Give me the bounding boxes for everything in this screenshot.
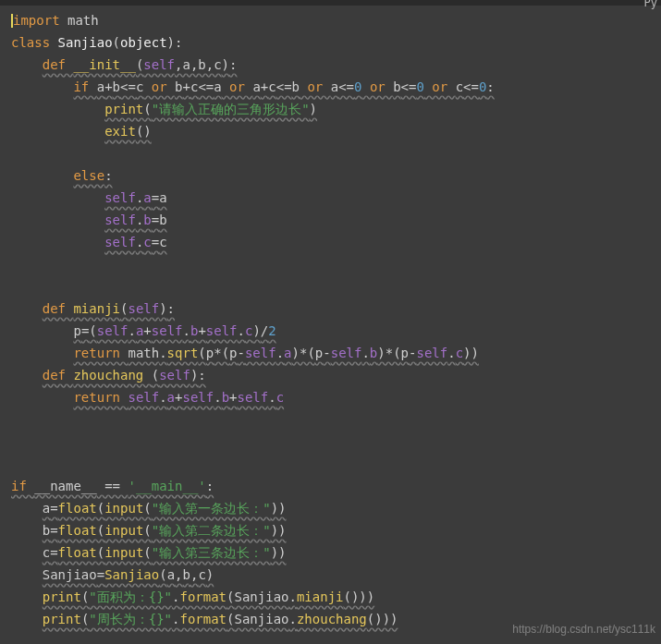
code-token: c [159,235,166,249]
code-token: = [152,213,159,227]
code-token: )) [463,346,479,360]
code-line: self.b=b [11,209,661,231]
code-token: object [120,35,167,50]
code-token: sqrt [167,346,199,360]
code-token: Sanjiao [58,35,113,50]
watermark: https://blog.csdn.net/ysc111k [512,618,655,640]
code-token: + [183,79,190,94]
code-token: print [43,612,81,626]
code-token: self [238,390,269,405]
code-token: ( [159,567,166,582]
code-token: self [128,301,159,316]
code-token: c [456,79,463,94]
code-token: self [206,323,238,338]
code-token: a [252,79,260,94]
code-token: ( [152,368,159,383]
code-token: ( [113,35,120,50]
code-token: <= [463,79,479,94]
code-token [11,213,104,227]
code-token: a [214,79,221,94]
code-token: <= [401,79,417,94]
code-token: . [447,346,455,360]
code-token: Sanjiao [234,589,288,604]
code-token: or [143,79,175,94]
code-line: def __init__(self,a,b,c): [11,54,661,76]
code-token: self [104,213,136,227]
code-line: if a+b<=c or b+c<=a or a+c<=b or a<=0 or… [11,76,661,98]
code-token: )*( [377,346,400,360]
code-token: self [245,346,276,360]
code-token [11,235,104,249]
code-token: . [214,390,221,405]
code-token [11,346,73,360]
code-line: self.c=c [11,231,661,253]
code-token: : [229,57,237,72]
code-line: def mianji(self): [11,298,661,320]
code-token: def [43,301,74,316]
code-line: def zhouchang (self): [11,364,661,386]
code-token: 2 [268,323,275,338]
code-token: c [276,390,284,405]
code-token: = [97,567,104,582]
code-token: . [268,390,275,405]
code-token: + [229,390,237,405]
code-token: . [159,346,166,360]
code-token: ) [159,301,166,316]
code-token: b [222,390,229,405]
code-token [11,390,73,405]
code-token: return [73,346,128,360]
code-token: self [159,368,190,383]
code-token: __init__ [73,57,135,72]
code-token: : [167,301,175,316]
code-token: format [179,612,226,626]
code-token: a [43,501,50,516]
code-token: ) [252,323,260,338]
code-token: if [73,79,96,94]
code-token: ( [198,346,205,360]
code-token: = [50,501,57,516]
code-token: b [292,79,300,94]
code-token [11,57,43,72]
code-token: )) [271,523,287,538]
code-token: self [128,390,159,405]
code-token: . [128,323,135,338]
code-token: self [104,235,136,249]
code-token [11,368,43,383]
code-token: input [104,501,143,516]
code-token: a [143,190,151,205]
code-token: p [315,346,323,360]
code-token: )*( [292,346,315,360]
code-token: ) [206,567,214,582]
code-line: b=float(input("输入第二条边长：")) [11,519,661,541]
code-token: : [175,35,182,50]
code-line: return math.sqrt(p*(p-self.a)*(p-self.b)… [11,342,661,364]
code-token: def [43,368,74,383]
code-token: ) [310,102,317,116]
code-token: a [159,190,166,205]
code-token: + [198,323,205,338]
code-token: = [50,523,57,538]
editor-topbar: Py [0,0,661,6]
code-token: c [268,79,275,94]
code-token: "面积为：{}" [89,589,172,604]
code-token: "周长为：{}" [89,612,172,626]
code-token: + [104,79,112,94]
code-token: . [183,323,190,338]
code-token: zhouchang [73,368,151,383]
code-token: math [67,13,99,28]
code-line: Sanjiao=Sanjiao(a,b,c) [11,564,661,586]
code-token [11,523,43,538]
code-editor[interactable]: import mathclass Sanjiao(object): def __… [0,6,661,630]
code-token: p [401,346,409,360]
code-token: ())) [367,612,398,626]
code-token: or [361,79,393,94]
code-token: ,a,b,c [175,57,222,72]
code-token: <= [120,79,136,94]
code-token: ( [143,501,151,516]
code-token: - [323,346,330,360]
code-token: b [113,79,120,94]
code-token: or [424,79,456,94]
code-token: return [73,390,128,405]
code-token: + [143,323,151,338]
code-token: ( [143,523,151,538]
